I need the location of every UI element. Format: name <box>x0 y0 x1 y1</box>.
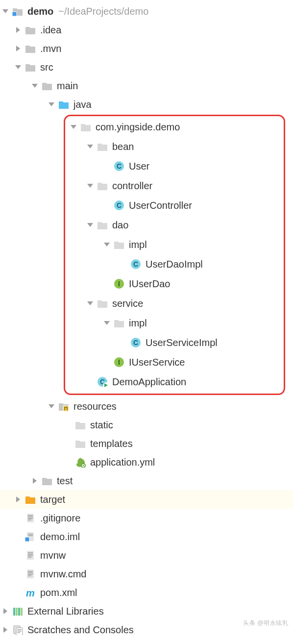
item-label: IUserDao <box>129 278 170 290</box>
tree-item-mvnw[interactable]: mvnw <box>0 546 293 565</box>
tree-item-userdaoimpl[interactable]: UserDaoImpl <box>65 254 284 274</box>
item-label: User <box>129 161 149 172</box>
watermark: 头条 @明永续乳 <box>243 619 288 627</box>
tree-item-userserviceimpl[interactable]: UserServiceImpl <box>65 333 284 352</box>
chevron-down-icon[interactable] <box>87 143 94 150</box>
item-label: impl <box>129 239 147 250</box>
item-label: controller <box>112 180 152 192</box>
tree-item-appyml[interactable]: application.yml <box>0 453 293 471</box>
chevron-right-icon[interactable] <box>15 26 22 33</box>
tree-item-pom[interactable]: pom.xml <box>0 583 293 602</box>
iml-file-icon <box>24 531 36 543</box>
item-label: test <box>57 475 73 487</box>
chevron-down-icon[interactable] <box>31 82 38 89</box>
tree-item-demoiml[interactable]: demo.iml <box>0 527 293 546</box>
item-label: resources <box>73 401 117 412</box>
chevron-right-icon[interactable] <box>31 477 38 484</box>
chevron-down-icon[interactable] <box>48 101 55 108</box>
class-icon <box>113 199 125 211</box>
chevron-down-icon[interactable] <box>2 8 9 15</box>
runnable-class-icon <box>97 376 108 388</box>
item-label: src <box>40 62 53 73</box>
tree-item-mvnwcmd[interactable]: mvnw.cmd <box>0 565 293 583</box>
spring-config-icon <box>74 456 86 468</box>
folder-icon <box>41 475 53 487</box>
chevron-down-icon[interactable] <box>70 124 77 130</box>
chevron-right-icon[interactable] <box>15 496 22 503</box>
folder-icon <box>24 43 36 54</box>
tree-item-service-impl[interactable]: impl <box>65 313 284 333</box>
item-label: .gitignore <box>40 513 80 524</box>
package-icon <box>113 239 125 250</box>
tree-item-dao[interactable]: dao <box>65 215 284 235</box>
libraries-icon <box>12 605 24 617</box>
chevron-down-icon[interactable] <box>87 222 94 228</box>
root-path: ~/IdeaProjects/demo <box>58 6 148 17</box>
item-label: DemoApplication <box>112 376 186 388</box>
tree-item-mvn[interactable]: .mvn <box>0 39 293 58</box>
tree-item-user[interactable]: User <box>65 156 284 176</box>
tree-item-templates[interactable]: templates <box>0 434 293 453</box>
tree-item-iuserdao[interactable]: IUserDao <box>65 274 284 294</box>
tree-item-controller[interactable]: controller <box>65 176 284 196</box>
tree-item-service[interactable]: service <box>65 294 284 313</box>
chevron-down-icon[interactable] <box>48 403 55 410</box>
maven-file-icon <box>24 587 36 598</box>
item-label: templates <box>90 438 133 449</box>
excluded-folder-icon <box>24 494 36 505</box>
tree-item-usercontroller[interactable]: UserController <box>65 196 284 215</box>
chevron-right-icon[interactable] <box>2 626 9 633</box>
chevron-down-icon[interactable] <box>87 300 94 307</box>
package-icon <box>80 121 92 133</box>
item-label: target <box>40 494 65 505</box>
tree-item-demoapplication[interactable]: DemoApplication <box>65 372 284 392</box>
folder-icon <box>74 438 86 449</box>
chevron-down-icon[interactable] <box>15 64 22 71</box>
tree-item-resources[interactable]: resources <box>0 397 293 416</box>
root-name: demo <box>27 6 53 17</box>
package-icon <box>97 219 108 231</box>
package-icon <box>97 141 108 152</box>
chevron-right-icon[interactable] <box>15 45 22 52</box>
folder-icon <box>24 24 36 36</box>
item-label: java <box>73 99 92 110</box>
tree-item-test[interactable]: test <box>0 471 293 490</box>
item-label: mvnw.cmd <box>40 569 86 580</box>
tree-item-target[interactable]: target <box>0 490 293 509</box>
tree-item-idea[interactable]: .idea <box>0 21 293 39</box>
chevron-down-icon[interactable] <box>103 320 110 326</box>
chevron-down-icon[interactable] <box>103 241 110 248</box>
chevron-right-icon[interactable] <box>2 608 9 615</box>
tree-item-bean[interactable]: bean <box>65 137 284 156</box>
item-label: service <box>112 298 143 309</box>
tree-item-gitignore[interactable]: .gitignore <box>0 509 293 527</box>
tree-item-main[interactable]: main <box>0 76 293 95</box>
module-folder-icon <box>12 5 24 17</box>
item-label: static <box>90 420 113 431</box>
tree-item-java[interactable]: java <box>0 95 293 114</box>
item-label: pom.xml <box>40 587 77 598</box>
item-label: UserDaoImpl <box>146 259 203 270</box>
package-icon <box>97 180 108 192</box>
interface-icon <box>113 356 125 368</box>
folder-icon <box>74 419 86 431</box>
tree-item-root[interactable]: demo ~/IdeaProjects/demo <box>0 2 293 21</box>
text-file-icon <box>24 549 36 561</box>
tree-item-static[interactable]: static <box>0 416 293 434</box>
class-icon <box>130 337 142 348</box>
class-icon <box>113 160 125 172</box>
item-label: impl <box>129 318 147 329</box>
item-label: External Libraries <box>27 606 104 617</box>
source-folder-icon <box>58 99 70 110</box>
tree-item-package[interactable]: com.yingside.demo <box>65 117 284 137</box>
text-file-icon <box>24 568 36 580</box>
tree-item-dao-impl[interactable]: impl <box>65 235 284 254</box>
tree-item-iuserservice[interactable]: IUserService <box>65 352 284 372</box>
item-label: main <box>57 80 78 92</box>
tree-item-external-libraries[interactable]: External Libraries <box>0 602 293 620</box>
chevron-down-icon[interactable] <box>87 182 94 189</box>
tree-item-src[interactable]: src <box>0 58 293 76</box>
package-icon <box>113 317 125 329</box>
item-label: .idea <box>40 25 61 36</box>
item-label: UserServiceImpl <box>146 337 218 348</box>
